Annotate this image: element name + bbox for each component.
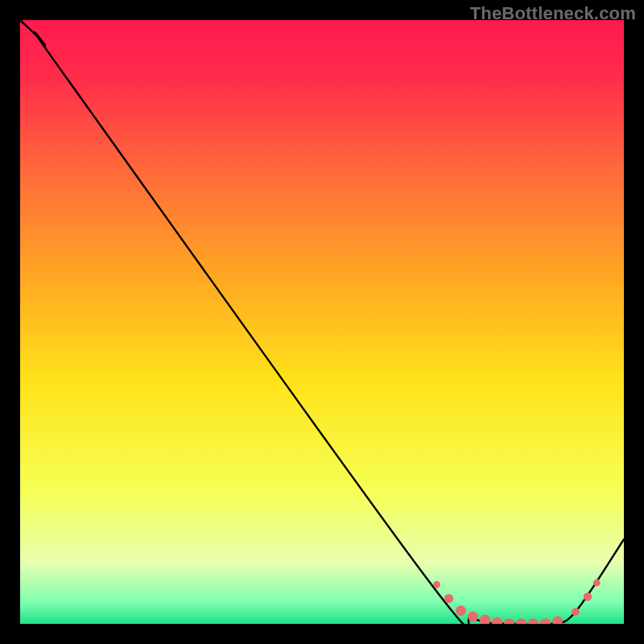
bottleneck-chart — [20, 20, 624, 624]
gradient-background — [20, 20, 624, 624]
watermark-text: TheBottleneck.com — [470, 3, 636, 24]
highlight-point — [572, 608, 580, 616]
chart-frame: TheBottleneck.com — [0, 0, 644, 644]
plot-area — [20, 20, 624, 624]
highlight-point — [444, 594, 453, 603]
highlight-point — [456, 605, 466, 616]
highlight-point — [593, 580, 601, 587]
highlight-point — [433, 581, 440, 588]
highlight-point — [584, 592, 592, 601]
highlight-point — [468, 612, 478, 622]
